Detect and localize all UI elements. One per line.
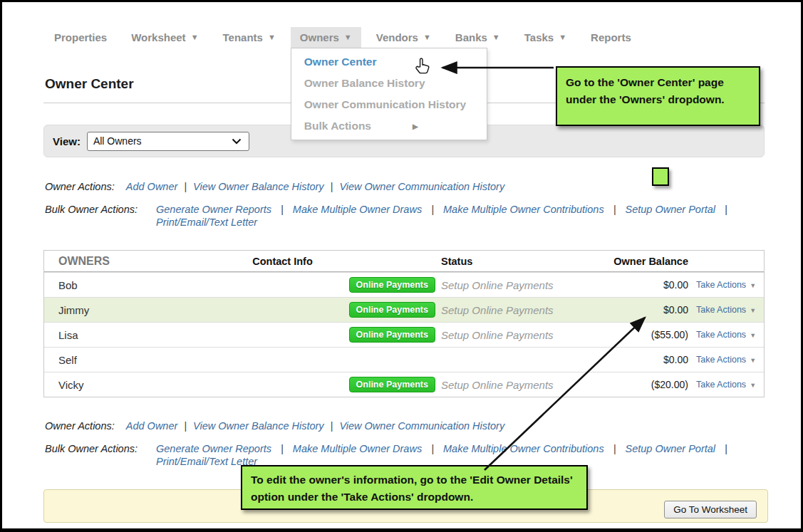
view-owner-balance-history-link[interactable]: View Owner Balance History bbox=[193, 420, 323, 432]
app-window: Properties Worksheet ▼ Tenants ▼ Owners … bbox=[0, 0, 803, 532]
view-owner-balance-history-link[interactable]: View Owner Balance History bbox=[193, 181, 323, 192]
separator: | bbox=[613, 443, 616, 454]
nav-worksheet[interactable]: Worksheet ▼ bbox=[122, 27, 207, 48]
view-select-value: All Owners bbox=[93, 135, 142, 147]
column-header-owners: OWNERS bbox=[44, 255, 130, 268]
nav-vendors[interactable]: Vendors ▼ bbox=[367, 27, 440, 48]
bulk-owner-actions-label: Bulk Owner Actions: bbox=[45, 443, 138, 454]
online-payments-badge[interactable]: Online Payments bbox=[349, 327, 435, 343]
status-text: Setup Online Payments bbox=[441, 379, 554, 391]
column-header-owner-balance: Owner Balance bbox=[596, 256, 688, 267]
caret-down-icon: ▼ bbox=[191, 33, 199, 41]
setup-owner-portal-link[interactable]: Setup Owner Portal bbox=[626, 443, 716, 454]
nav-worksheet-label: Worksheet bbox=[131, 31, 185, 43]
nav-tenants-label: Tenants bbox=[223, 31, 263, 43]
owner-balance-value: $0.00 bbox=[596, 354, 688, 365]
separator: | bbox=[613, 204, 616, 215]
add-owner-link[interactable]: Add Owner bbox=[126, 181, 178, 192]
view-owner-communication-history-link[interactable]: View Owner Communication History bbox=[339, 181, 504, 192]
menu-item-owner-communication-history[interactable]: Owner Communication History bbox=[291, 94, 487, 115]
owner-balance-value: $0.00 bbox=[596, 279, 688, 291]
status-text: Setup Online Payments bbox=[441, 329, 554, 341]
take-actions-dropdown[interactable]: Take Actions▼ bbox=[688, 305, 764, 315]
online-payments-badge[interactable]: Online Payments bbox=[349, 277, 435, 293]
annotation-callout-owner-center: Go to the 'Owner Center' page under the … bbox=[556, 66, 760, 126]
nav-tasks-label: Tasks bbox=[524, 31, 554, 43]
take-actions-dropdown[interactable]: Take Actions▼ bbox=[688, 380, 764, 390]
take-actions-label: Take Actions bbox=[696, 355, 746, 365]
separator: | bbox=[725, 443, 727, 454]
menu-bulk-actions-label: Bulk Actions bbox=[304, 120, 371, 132]
select-chevron-icon bbox=[232, 138, 242, 145]
menu-item-bulk-actions[interactable]: Bulk Actions ▶ bbox=[291, 115, 487, 137]
nav-tenants[interactable]: Tenants ▼ bbox=[214, 27, 285, 48]
view-select[interactable]: All Owners bbox=[87, 132, 249, 151]
take-actions-dropdown[interactable]: Take Actions▼ bbox=[688, 355, 764, 365]
owners-dropdown-menu: Owner Center Owner Balance History Owner… bbox=[291, 48, 487, 140]
table-row-jimmy: Jimmy Online Payments Setup Online Payme… bbox=[44, 297, 764, 322]
separator: | bbox=[331, 420, 333, 432]
caret-down-icon: ▼ bbox=[559, 33, 566, 41]
make-multiple-owner-draws-link[interactable]: Make Multiple Owner Draws bbox=[293, 443, 422, 454]
generate-owner-reports-link[interactable]: Generate Owner Reports bbox=[156, 443, 271, 454]
caret-down-icon: ▼ bbox=[344, 33, 352, 41]
owner-name: Lisa bbox=[44, 329, 130, 341]
table-row-vicky: Vicky Online Payments Setup Online Payme… bbox=[44, 372, 764, 397]
generate-owner-reports-link[interactable]: Generate Owner Reports bbox=[156, 204, 271, 215]
owners-table: OWNERS Contact Info Status Owner Balance… bbox=[43, 250, 765, 397]
nav-banks[interactable]: Banks ▼ bbox=[446, 27, 509, 48]
take-actions-dropdown[interactable]: Take Actions▼ bbox=[688, 330, 764, 340]
caret-down-icon: ▼ bbox=[423, 33, 431, 41]
caret-down-icon: ▼ bbox=[750, 282, 756, 289]
make-multiple-owner-draws-link[interactable]: Make Multiple Owner Draws bbox=[293, 204, 422, 215]
status-text: Setup Online Payments bbox=[441, 304, 554, 316]
page-title: Owner Center bbox=[45, 76, 134, 92]
make-multiple-owner-contributions-link[interactable]: Make Multiple Owner Contributions bbox=[443, 443, 604, 454]
separator: | bbox=[431, 204, 434, 215]
table-row-lisa: Lisa Online Payments Setup Online Paymen… bbox=[44, 322, 764, 347]
nav-vendors-label: Vendors bbox=[376, 31, 418, 43]
online-payments-badge[interactable]: Online Payments bbox=[349, 377, 435, 392]
owner-name: Self bbox=[44, 354, 130, 366]
nav-owners[interactable]: Owners ▼ Owner Center Owner Balance Hist… bbox=[291, 27, 361, 48]
menu-item-owner-center[interactable]: Owner Center bbox=[291, 51, 487, 73]
table-row-self: Self $0.00 Take Actions▼ bbox=[44, 347, 764, 372]
menu-owner-communication-history-label: Owner Communication History bbox=[304, 98, 466, 111]
go-to-worksheet-button[interactable]: Go To Worksheet bbox=[664, 501, 757, 518]
owner-actions-label: Owner Actions: bbox=[45, 181, 115, 192]
menu-owner-center-label: Owner Center bbox=[304, 56, 377, 68]
owner-actions-label: Owner Actions: bbox=[45, 420, 115, 432]
make-multiple-owner-contributions-link[interactable]: Make Multiple Owner Contributions bbox=[443, 204, 604, 215]
owner-balance-value: $0.00 bbox=[596, 304, 688, 315]
caret-down-icon: ▼ bbox=[750, 382, 756, 389]
separator: | bbox=[431, 443, 434, 454]
take-actions-label: Take Actions bbox=[696, 305, 746, 315]
caret-down-icon: ▼ bbox=[750, 357, 756, 364]
separator: | bbox=[725, 204, 727, 215]
menu-item-owner-balance-history[interactable]: Owner Balance History bbox=[291, 73, 487, 94]
separator: | bbox=[331, 181, 333, 192]
take-actions-label: Take Actions bbox=[696, 280, 746, 290]
caret-down-icon: ▼ bbox=[750, 332, 756, 339]
nav-tasks[interactable]: Tasks ▼ bbox=[515, 27, 576, 48]
owner-name: Bob bbox=[44, 279, 130, 291]
owner-balance-value: ($20.00) bbox=[596, 379, 688, 390]
nav-reports-label: Reports bbox=[591, 31, 631, 43]
nav-properties[interactable]: Properties bbox=[45, 27, 116, 48]
nav-reports[interactable]: Reports bbox=[581, 27, 641, 48]
main-nav: Properties Worksheet ▼ Tenants ▼ Owners … bbox=[45, 27, 641, 48]
separator: | bbox=[184, 420, 187, 432]
nav-properties-label: Properties bbox=[54, 31, 107, 43]
annotation-square bbox=[652, 167, 669, 186]
view-label: View: bbox=[53, 135, 81, 147]
column-header-status: Status bbox=[435, 256, 596, 267]
column-header-contact-info: Contact Info bbox=[130, 256, 435, 267]
take-actions-dropdown[interactable]: Take Actions▼ bbox=[688, 280, 764, 290]
add-owner-link[interactable]: Add Owner bbox=[126, 420, 178, 432]
caret-down-icon: ▼ bbox=[492, 33, 500, 41]
print-email-text-letter-link[interactable]: Print/Email/Text Letter bbox=[156, 217, 257, 228]
online-payments-badge[interactable]: Online Payments bbox=[349, 302, 435, 318]
take-actions-label: Take Actions bbox=[696, 380, 746, 390]
view-owner-communication-history-link[interactable]: View Owner Communication History bbox=[339, 420, 504, 432]
setup-owner-portal-link[interactable]: Setup Owner Portal bbox=[626, 204, 716, 215]
